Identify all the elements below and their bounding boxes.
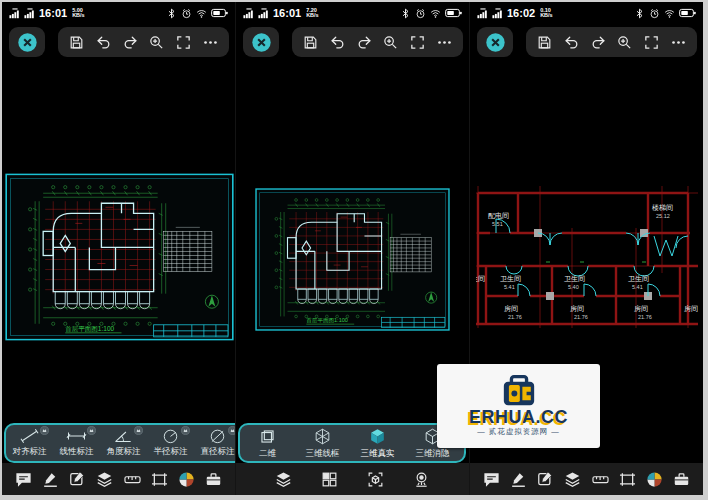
save-button[interactable] (68, 34, 85, 51)
save-icon (68, 34, 85, 51)
more-button[interactable] (670, 34, 687, 51)
layers-button[interactable] (274, 470, 293, 489)
color-button[interactable] (645, 470, 664, 489)
zoom-search-button[interactable] (148, 34, 165, 51)
tool-angle-dimension[interactable]: 角度标注 (100, 425, 147, 461)
orbit-3d-icon (366, 470, 385, 489)
more-button[interactable] (202, 34, 219, 51)
fullscreen-button[interactable] (409, 34, 426, 51)
fullscreen-icon (643, 34, 660, 51)
zoom-search-button[interactable] (616, 34, 633, 51)
layers-button[interactable] (563, 470, 582, 489)
layout-button[interactable] (320, 470, 339, 489)
battery-icon (211, 8, 228, 18)
comment-button[interactable] (14, 470, 33, 489)
room-label: 楼梯间 (652, 204, 673, 212)
vip-badge-icon (40, 426, 49, 435)
undo-button[interactable] (95, 34, 112, 51)
watermark-brand: ERHUA.CC (469, 408, 568, 426)
bluetooth-icon (400, 8, 411, 19)
watermark-card: ERHUA.CC — 贰花虚拟资源网 — (437, 364, 600, 448)
edit-button[interactable] (536, 470, 555, 489)
room-label: 卫生间 (628, 275, 649, 283)
orbit-3d-button[interactable] (366, 470, 385, 489)
bluetooth-icon (634, 8, 645, 19)
viewport-button[interactable] (150, 470, 169, 489)
tool-linear-dimension[interactable]: 线性标注 (53, 425, 100, 461)
projector-icon (412, 470, 431, 489)
measure-button[interactable] (123, 470, 142, 489)
toolbox-button[interactable] (204, 470, 223, 489)
view-mode-realistic-selected[interactable]: 三维真实 (350, 425, 405, 461)
more-button[interactable] (436, 34, 453, 51)
toolbox-icon (672, 470, 691, 489)
toolbox-button[interactable] (672, 470, 691, 489)
zoom-search-button[interactable] (382, 34, 399, 51)
room-label: 房间 (570, 305, 584, 313)
color-wheel-icon (177, 470, 196, 489)
redo-button[interactable] (356, 34, 373, 51)
close-icon (17, 32, 38, 53)
cad-canvas-room-plan[interactable]: 配电间 5.51 楼梯间 25.12 卫生间 5.41 卫生间 5.40 卫生间… (476, 178, 698, 328)
aligned-dimension-icon (17, 428, 42, 444)
clock-text: 16:01 (39, 7, 67, 19)
layers-icon (274, 470, 293, 489)
cube-wireframe-icon (313, 427, 332, 446)
room-labels: 配电间 5.51 楼梯间 25.12 卫生间 5.41 卫生间 5.40 卫生间… (476, 204, 698, 320)
close-icon (251, 32, 272, 53)
tool-diameter-dimension[interactable]: 直径标注 (194, 425, 235, 461)
viewport-button[interactable] (618, 470, 637, 489)
save-button[interactable] (536, 34, 553, 51)
comment-button[interactable] (482, 470, 501, 489)
quick-toolbar (526, 27, 697, 57)
doors (496, 219, 688, 296)
redo-icon (356, 34, 373, 51)
bottom-toolbar (470, 463, 703, 495)
close-button[interactable] (477, 27, 513, 57)
vip-badge-icon (228, 426, 235, 435)
fullscreen-button[interactable] (643, 34, 660, 51)
room-label: 配电间 (488, 212, 509, 220)
redo-button[interactable] (122, 34, 139, 51)
redo-icon (122, 34, 139, 51)
svg-text:5.41: 5.41 (632, 284, 643, 290)
toolbox-icon (204, 470, 223, 489)
save-icon (302, 34, 319, 51)
undo-button[interactable] (563, 34, 580, 51)
network-speed: 7.20KB/s (306, 8, 319, 19)
tool-radius-dimension[interactable]: 半径标注 (147, 425, 194, 461)
redo-button[interactable] (590, 34, 607, 51)
color-wheel-icon (645, 470, 664, 489)
tool-aligned-dimension[interactable]: 对齐标注 (6, 425, 53, 461)
view-mode-2d[interactable]: 二维 (240, 425, 295, 461)
ruler-icon (591, 470, 610, 489)
close-button[interactable] (9, 27, 45, 57)
save-button[interactable] (302, 34, 319, 51)
clock-text: 16:01 (273, 7, 301, 19)
battery-icon (679, 8, 696, 18)
fullscreen-button[interactable] (175, 34, 192, 51)
radius-dimension-icon (158, 428, 183, 444)
cad-canvas-floorplan[interactable] (255, 188, 450, 331)
color-button[interactable] (177, 470, 196, 489)
cad-canvas-floorplan[interactable] (5, 173, 234, 341)
dimension-tools-panel: 对齐标注 线性标注 角度标注 半径标注 直径标注 (4, 423, 235, 463)
edit-button[interactable] (68, 470, 87, 489)
close-button[interactable] (243, 27, 279, 57)
vip-badge-icon (181, 426, 190, 435)
projector-button[interactable] (412, 470, 431, 489)
fullscreen-icon (175, 34, 192, 51)
draw-button[interactable] (41, 470, 60, 489)
undo-icon (95, 34, 112, 51)
svg-text:21.76: 21.76 (508, 314, 522, 320)
draw-button[interactable] (509, 470, 528, 489)
signal-icon (477, 8, 489, 19)
measure-button[interactable] (591, 470, 610, 489)
view-mode-wireframe[interactable]: 三维线框 (295, 425, 350, 461)
network-speed: 0.10KB/s (540, 8, 553, 19)
undo-button[interactable] (329, 34, 346, 51)
status-bar: 16:02 0.10KB/s (470, 2, 703, 22)
layers-button[interactable] (95, 470, 114, 489)
redo-icon (590, 34, 607, 51)
vip-badge-icon (134, 426, 143, 435)
